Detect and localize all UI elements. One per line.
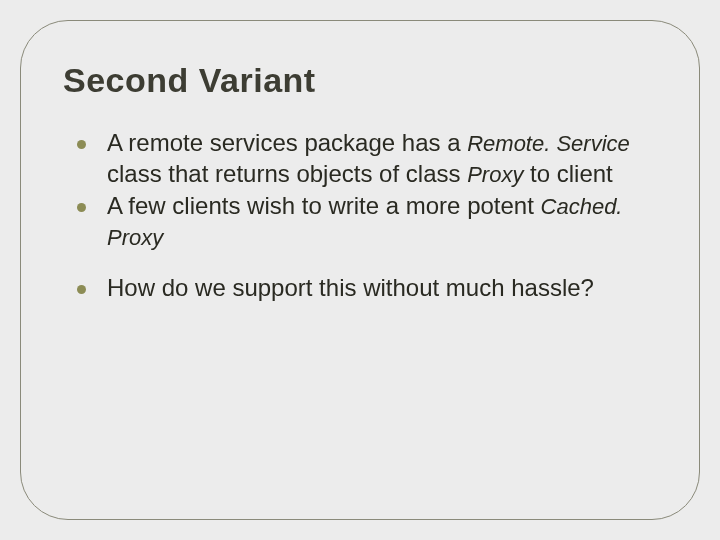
code-text: Remote. Service	[467, 131, 630, 156]
bullet-text: to client	[523, 160, 612, 187]
list-item: How do we support this without much hass…	[63, 273, 657, 304]
bullet-text: A remote services package has a	[107, 129, 467, 156]
list-item: A few clients wish to write a more poten…	[63, 191, 657, 252]
slide-frame: Second Variant A remote services package…	[20, 20, 700, 520]
bullet-text: How do we support this without much hass…	[107, 274, 594, 301]
list-item: A remote services package has a Remote. …	[63, 128, 657, 189]
bullet-text: A few clients wish to write a more poten…	[107, 192, 541, 219]
slide-title: Second Variant	[63, 61, 657, 100]
bullet-text: class that returns objects of class	[107, 160, 467, 187]
bullet-list: A remote services package has a Remote. …	[63, 128, 657, 304]
code-text: Proxy	[467, 162, 523, 187]
